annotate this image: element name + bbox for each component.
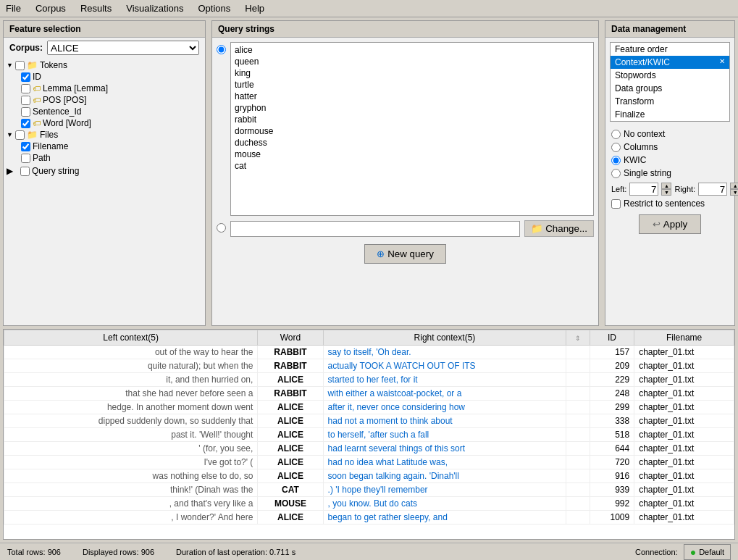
query-list-item[interactable]: rabbit — [232, 114, 592, 125]
left-spinner-up[interactable]: ▲ — [661, 183, 671, 189]
new-query-button[interactable]: ⊕ New query — [364, 244, 446, 264]
col-id[interactable]: ID — [590, 330, 634, 346]
close-icon[interactable]: ✕ — [719, 57, 725, 65]
table-row[interactable]: was nothing else to do, so ALICE soon be… — [4, 469, 734, 483]
query-list-item[interactable]: alice — [232, 44, 592, 56]
filename-checkbox[interactable] — [21, 142, 30, 151]
query-list-item[interactable]: queen — [232, 56, 592, 67]
data-item-feature-order[interactable]: Feature order — [611, 43, 729, 56]
word-checkbox[interactable] — [21, 119, 30, 128]
corpus-label: Corpus: — [9, 43, 43, 53]
table-row[interactable]: that she had never before seen a RABBIT … — [4, 387, 734, 401]
querystring-arrow[interactable]: ▶ — [7, 166, 18, 176]
word-cell: RABBIT — [258, 359, 323, 373]
id-cell: 248 — [590, 387, 634, 401]
word-cell: ALICE — [258, 414, 323, 428]
statusbar: Total rows: 906 Displayed rows: 906 Dura… — [0, 543, 738, 560]
right-spinner-up[interactable]: ▲ — [730, 183, 738, 189]
col-filename[interactable]: Filename — [634, 330, 734, 346]
columns-radio[interactable] — [611, 143, 621, 152]
sentenceid-checkbox[interactable] — [21, 107, 30, 117]
query-list-item[interactable]: duchess — [232, 137, 592, 149]
menu-corpus[interactable]: Corpus — [33, 1, 69, 15]
query-text-input[interactable] — [230, 221, 520, 237]
path-checkbox[interactable] — [21, 154, 30, 163]
files-checkbox[interactable] — [15, 130, 25, 140]
menu-help[interactable]: Help — [242, 1, 267, 15]
restrict-checkbox[interactable] — [611, 199, 621, 209]
table-row[interactable]: , I wonder?' And here ALICE began to get… — [4, 511, 734, 525]
tokens-folder-icon: 📁 — [27, 60, 38, 70]
table-row[interactable]: dipped suddenly down, so suddenly that A… — [4, 414, 734, 428]
files-arrow[interactable]: ▼ — [7, 131, 13, 138]
displayed-rows: Displayed rows: 906 — [83, 548, 154, 556]
right-spinner-input[interactable] — [698, 183, 727, 196]
query-list-item[interactable]: gryphon — [232, 102, 592, 114]
col-left-context[interactable]: Left context(5) — [4, 330, 258, 346]
pos-checkbox[interactable] — [21, 96, 30, 105]
left-spinner-down[interactable]: ▼ — [661, 189, 671, 196]
single-string-radio[interactable] — [611, 169, 621, 178]
apply-button[interactable]: ↩ Apply — [639, 214, 701, 234]
corpus-select[interactable]: ALICE — [47, 41, 199, 55]
table-row[interactable]: out of the way to hear the RABBIT say to… — [4, 346, 734, 359]
col-right-context[interactable]: Right context(5) — [323, 330, 566, 346]
change-label: Change... — [545, 223, 587, 234]
id-cell: 338 — [590, 414, 634, 428]
query-radio-text[interactable] — [217, 223, 226, 233]
data-item-finalize[interactable]: Finalize — [611, 108, 729, 121]
tokens-arrow[interactable]: ▼ — [7, 62, 13, 69]
results-table-section: Left context(5) Word Right context(5) ⇕ … — [3, 329, 735, 540]
id-checkbox[interactable] — [21, 72, 30, 82]
right-spinner-down[interactable]: ▼ — [730, 189, 738, 196]
menu-options[interactable]: Options — [196, 1, 234, 15]
feature-panel: Feature selection Corpus: ALICE ▼ 📁 Toke… — [3, 20, 206, 326]
data-item-context-kwic[interactable]: Context/KWIC ✕ — [611, 56, 729, 69]
no-context-radio[interactable] — [611, 130, 621, 139]
query-list-item[interactable]: hatter — [232, 91, 592, 102]
id-cell: 939 — [590, 483, 634, 497]
table-row[interactable]: quite natural); but when the RABBIT actu… — [4, 359, 734, 373]
id-cell: 209 — [590, 359, 634, 373]
table-row[interactable]: , and that's very like a MOUSE , you kno… — [4, 497, 734, 511]
query-list-item[interactable]: cat — [232, 160, 592, 172]
query-list-item[interactable]: turtle — [232, 79, 592, 91]
change-button[interactable]: 📁 Change... — [524, 220, 594, 237]
id-cell: 720 — [590, 456, 634, 469]
word-label: Word [Word] — [43, 118, 91, 128]
connection-button[interactable]: ● Default — [684, 544, 731, 560]
left-context-cell: dipped suddenly down, so suddenly that — [4, 414, 258, 428]
query-list-item[interactable]: mouse — [232, 149, 592, 160]
menu-visualizations[interactable]: Visualizations — [123, 1, 186, 15]
table-wrapper[interactable]: Left context(5) Word Right context(5) ⇕ … — [4, 330, 734, 539]
data-item-data-groups[interactable]: Data groups — [611, 82, 729, 95]
word-cell: ALICE — [258, 456, 323, 469]
tokens-checkbox[interactable] — [15, 61, 25, 70]
query-listbox[interactable]: alicequeenkingturtlehattergryphonrabbitd… — [230, 42, 594, 216]
left-spinner-input[interactable] — [629, 183, 658, 196]
data-item-transform[interactable]: Transform — [611, 95, 729, 108]
table-row[interactable]: I've got to?' ( ALICE had no idea what L… — [4, 456, 734, 469]
col-word[interactable]: Word — [258, 330, 323, 346]
query-radio-list[interactable] — [217, 45, 226, 54]
table-row[interactable]: hedge. In another moment down went ALICE… — [4, 401, 734, 414]
data-item-stopwords[interactable]: Stopwords — [611, 69, 729, 82]
word-cell: RABBIT — [258, 346, 323, 359]
kwic-radio[interactable] — [611, 156, 621, 165]
folder-icon: 📁 — [531, 223, 543, 234]
connection-value: Default — [699, 548, 724, 556]
querystring-checkbox[interactable] — [20, 167, 30, 176]
table-row[interactable]: past it. 'Well!' thought ALICE to hersel… — [4, 428, 734, 442]
query-list-item[interactable]: king — [232, 67, 592, 79]
data-management-listbox: Feature order Context/KWIC ✕ Stopwords D… — [610, 42, 730, 122]
query-list-item[interactable]: dormouse — [232, 125, 592, 137]
table-row[interactable]: it, and then hurried on, ALICE started t… — [4, 373, 734, 387]
lemma-checkbox[interactable] — [21, 84, 30, 93]
menu-file[interactable]: File — [3, 1, 24, 15]
menu-results[interactable]: Results — [77, 1, 114, 15]
col-sort[interactable]: ⇕ — [566, 330, 590, 346]
table-row[interactable]: ' (for, you see, ALICE had learnt severa… — [4, 442, 734, 456]
table-row[interactable]: think!' (Dinah was the CAT .) 'I hope th… — [4, 483, 734, 497]
filename-cell: chapter_01.txt — [634, 387, 734, 401]
empty-cell — [566, 401, 590, 414]
